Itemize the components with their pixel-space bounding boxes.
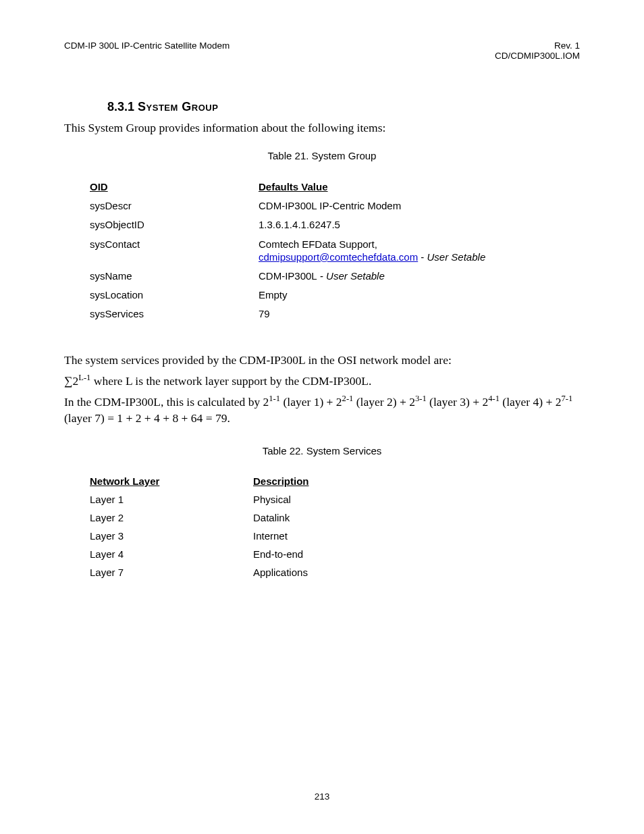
calc-c: (layer 2) + 2 <box>353 394 415 408</box>
layer-cell: Layer 7 <box>90 567 253 578</box>
oid-cell: sysServices <box>90 307 259 320</box>
table-row: Layer 1 Physical <box>90 494 580 505</box>
val-cell: 79 <box>259 307 566 320</box>
table22-head-desc: Description <box>253 475 580 487</box>
header-rev: Rev. 1 <box>495 41 580 51</box>
desc-cell: Physical <box>253 494 580 505</box>
val-cell: Comtech EFData Support, cdmipsupport@com… <box>259 238 566 263</box>
table22-header-row: Network Layer Description <box>90 475 580 487</box>
header-left: CDM-IP 300L IP-Centric Satellite Modem <box>64 41 230 61</box>
desc-cell: Internet <box>253 530 580 542</box>
table22-caption: Table 22. System Services <box>64 445 580 457</box>
table-row: sysContact Comtech EFData Support, cdmip… <box>90 238 566 263</box>
layer-cell: Layer 3 <box>90 530 253 542</box>
table21-header-row: OID Defaults Value <box>90 180 566 193</box>
header-right: Rev. 1 CD/CDMIP300L.IOM <box>495 41 580 61</box>
calc-f: (layer 7) = 1 + 2 + 4 + 8 + 64 = 79. <box>64 411 230 425</box>
contact-sep: - <box>418 251 427 263</box>
calc-d: (layer 3) + 2 <box>427 394 489 408</box>
table21-caption: Table 21. System Group <box>64 150 580 161</box>
table-row: sysDescr CDM-IP300L IP-Centric Modem <box>90 199 566 212</box>
table21-head-oid: OID <box>90 180 259 193</box>
body-p1: The system services provided by the CDM-… <box>64 352 580 368</box>
table-row: sysObjectID 1.3.6.1.4.1.6247.5 <box>90 218 566 231</box>
calc-e: (layer 4) + 2 <box>500 394 562 408</box>
section-title: System Group <box>138 100 218 113</box>
val-cell: 1.3.6.1.4.1.6247.5 <box>259 218 566 231</box>
sysname-sep: - <box>317 270 326 282</box>
calc-e5: 7-1 <box>561 394 572 403</box>
table-row: sysLocation Empty <box>90 288 566 301</box>
section-number: 8.3.1 <box>107 100 134 113</box>
formula-line: ∑2L-1 where L is the network layer suppo… <box>64 372 580 389</box>
table-row: sysServices 79 <box>90 307 566 320</box>
sysname-prefix: CDM-IP300L <box>259 270 317 282</box>
table-row: Layer 2 Datalink <box>90 512 580 523</box>
page-header: CDM-IP 300L IP-Centric Satellite Modem R… <box>64 41 580 61</box>
val-cell: CDM-IP300L - User Setable <box>259 269 566 282</box>
table21-head-val: Defaults Value <box>259 180 566 193</box>
desc-cell: End-to-end <box>253 548 580 560</box>
section-heading: 8.3.1 System Group <box>107 100 580 114</box>
page-number: 213 <box>0 791 644 802</box>
calc-e2: 2-1 <box>342 394 354 403</box>
table22-head-layer: Network Layer <box>90 475 253 487</box>
contact-prefix: Comtech EFData Support, <box>259 238 377 250</box>
layer-cell: Layer 1 <box>90 494 253 505</box>
table-row: Layer 4 End-to-end <box>90 548 580 560</box>
section-intro: This System Group provides information a… <box>64 121 580 135</box>
table-row: sysName CDM-IP300L - User Setable <box>90 269 566 282</box>
val-cell: CDM-IP300L IP-Centric Modem <box>259 199 566 212</box>
layer-cell: Layer 2 <box>90 512 253 523</box>
calc-line: In the CDM-IP300L, this is calculated by… <box>64 393 580 426</box>
val-cell: Empty <box>259 288 566 301</box>
sysname-suffix: User Setable <box>326 270 385 282</box>
calc-b: (layer 1) + 2 <box>280 394 342 408</box>
table-row: Layer 3 Internet <box>90 530 580 542</box>
oid-cell: sysObjectID <box>90 218 259 231</box>
oid-cell: sysContact <box>90 238 259 263</box>
calc-e4: 4-1 <box>488 394 500 403</box>
desc-cell: Applications <box>253 567 580 578</box>
contact-suffix: User Setable <box>427 251 486 263</box>
calc-e1: 1-1 <box>269 394 280 403</box>
oid-cell: sysName <box>90 269 259 282</box>
table-row: Layer 7 Applications <box>90 567 580 578</box>
oid-cell: sysDescr <box>90 199 259 212</box>
formula-tail: where L is the network layer support by … <box>90 373 371 387</box>
header-doc-id: CD/CDMIP300L.IOM <box>495 51 580 61</box>
oid-cell: sysLocation <box>90 288 259 301</box>
calc-a: In the CDM-IP300L, this is calculated by… <box>64 394 269 408</box>
calc-e3: 3-1 <box>415 394 427 403</box>
sigma: ∑2 <box>64 373 78 387</box>
formula-exp: L-1 <box>78 373 90 382</box>
table21: OID Defaults Value sysDescr CDM-IP300L I… <box>90 180 566 321</box>
table22: Network Layer Description Layer 1 Physic… <box>90 475 580 578</box>
desc-cell: Datalink <box>253 512 580 523</box>
contact-email-link[interactable]: cdmipsupport@comtechefdata.com <box>259 251 418 263</box>
layer-cell: Layer 4 <box>90 548 253 560</box>
